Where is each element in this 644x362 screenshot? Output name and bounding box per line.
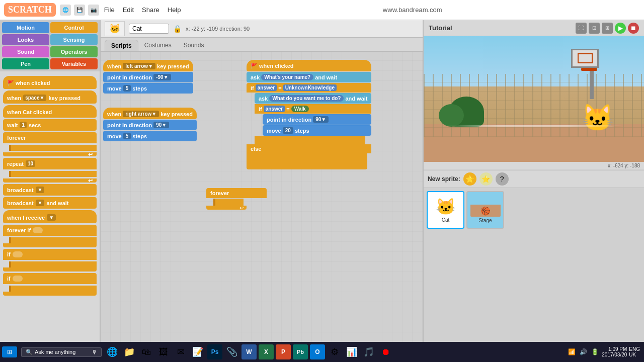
taskbar-icon-app2[interactable]: 📎 xyxy=(224,344,239,359)
sprite-lock-icon[interactable]: 🔒 xyxy=(173,25,182,33)
new-sprite-star-button[interactable]: ⭐ xyxy=(463,172,476,186)
search-icon: 🔍 xyxy=(26,349,33,355)
expand2-icon[interactable]: ⊡ xyxy=(589,23,600,34)
save-icon[interactable]: 💾 xyxy=(74,5,85,16)
cat-motion[interactable]: Motion xyxy=(2,22,49,33)
stage-controls: ⛶ ⊡ ⊞ ▶ ⏹ xyxy=(576,23,639,34)
block-forever[interactable]: forever xyxy=(3,132,97,143)
app-logo[interactable]: SCRATCH xyxy=(4,3,56,17)
taskbar-icon-ps[interactable]: Ps xyxy=(207,344,222,359)
block-when-clicked[interactable]: 🚩 when clicked xyxy=(3,76,97,89)
taskbar-icon-app1[interactable]: 📝 xyxy=(190,344,205,359)
taskbar-icon-folder[interactable]: 📁 xyxy=(122,344,137,359)
taskbar-icon-ppt[interactable]: P xyxy=(276,344,291,359)
canvas-block-ask-name[interactable]: ask What's your name? and wait xyxy=(247,72,371,82)
block-forever-if[interactable]: forever if xyxy=(3,225,97,236)
block-wait[interactable]: wait 1 secs xyxy=(3,119,97,131)
script-canvas[interactable]: when left arrow▼ key pressed point in di… xyxy=(101,52,423,362)
taskbar-icon-app3[interactable]: 📊 xyxy=(344,344,359,359)
cat-variables[interactable]: Variables xyxy=(50,58,98,69)
hoop-backboard xyxy=(571,49,599,68)
right-panel: Tutorial ⛶ ⊡ ⊞ ▶ ⏹ xyxy=(423,20,644,362)
taskbar-icon-store[interactable]: 🛍 xyxy=(139,344,154,359)
cat-control[interactable]: Control xyxy=(50,22,98,33)
taskbar-icon-pub[interactable]: Pb xyxy=(293,344,308,359)
stage-view: 🐱 xyxy=(424,36,644,162)
cat-operators[interactable]: Operators xyxy=(50,46,98,57)
menu-bar: File Edit Share Help xyxy=(104,6,181,14)
cat-sprite-label: Cat xyxy=(442,217,450,223)
taskbar-icon-excel[interactable]: X xyxy=(259,344,274,359)
new-sprite-question-button[interactable]: ? xyxy=(496,172,509,186)
block-group-left-arrow: when left arrow▼ key pressed point in di… xyxy=(103,59,193,94)
left-panel: Motion Control Looks Sensing Sound Opera… xyxy=(0,20,101,362)
cat-looks[interactable]: Looks xyxy=(2,34,49,45)
menu-file[interactable]: File xyxy=(104,6,115,14)
expand-icon[interactable]: ⛶ xyxy=(576,23,587,34)
canvas-block-move-5-2[interactable]: move 5 steps xyxy=(103,131,197,141)
canvas-block-point-90-main[interactable]: point in direction 90▼ xyxy=(263,114,371,125)
menu-share[interactable]: Share xyxy=(142,6,159,14)
canvas-block-if-answer[interactable]: if answer = UnknownKnowledge xyxy=(247,83,371,93)
hoop-rim xyxy=(581,68,597,71)
canvas-block-move-5-1[interactable]: move 5 steps xyxy=(103,83,193,94)
taskbar-right: 📶 🔊 🔋 1:09 PM 2017/03/20 ENG UK xyxy=(567,346,644,357)
menu-edit[interactable]: Edit xyxy=(123,6,134,14)
stop-button[interactable]: ⏹ xyxy=(628,23,639,34)
block-if[interactable]: if xyxy=(3,249,97,260)
block-broadcast[interactable]: broadcast ▼ xyxy=(3,184,97,196)
camera-icon[interactable]: 📷 xyxy=(88,5,99,16)
layout-icon[interactable]: ⊞ xyxy=(602,23,613,34)
blocks-scroll[interactable]: 🚩 when clicked when space▼ key pressed w… xyxy=(0,71,100,362)
taskbar-icon-mail[interactable]: ✉ xyxy=(173,344,188,359)
canvas-block-move-20[interactable]: move 20 steps xyxy=(263,125,371,136)
search-bar[interactable]: 🔍 Ask me anything 🎙 xyxy=(21,347,102,357)
taskbar-icon-word[interactable]: W xyxy=(242,344,257,359)
category-buttons: Motion Control Looks Sensing Sound Opera… xyxy=(0,20,100,71)
green-flag-button[interactable]: ▶ xyxy=(615,23,626,34)
canvas-block-ask-walk[interactable]: ask What do you want me to do? and wait xyxy=(255,93,371,104)
tab-costumes[interactable]: Costumes xyxy=(138,40,178,51)
volume-icon: 🔊 xyxy=(580,348,587,355)
sprite-thumbnail: 🐱 xyxy=(105,21,125,36)
globe-icon[interactable]: 🌐 xyxy=(60,5,71,16)
block-repeat[interactable]: repeat 10 xyxy=(3,158,97,169)
canvas-block-when-left-arrow[interactable]: when left arrow▼ key pressed xyxy=(103,60,193,71)
block-when-sprite-clicked[interactable]: when Cat clicked xyxy=(3,105,97,118)
taskbar-icon-photos[interactable]: 🖼 xyxy=(156,344,171,359)
block-broadcast-wait[interactable]: broadcast ▼ and wait xyxy=(3,197,97,209)
stage-thumbnail-preview: 🏀 xyxy=(470,197,501,217)
block-if2[interactable]: if xyxy=(3,273,97,284)
cat-sound[interactable]: Sound xyxy=(2,46,49,57)
top-bar: SCRATCH 🌐 💾 📷 File Edit Share Help www.b… xyxy=(0,0,644,20)
taskbar-icon-settings[interactable]: ⚙ xyxy=(327,344,342,359)
sprite-item-cat[interactable]: 🐱 Cat xyxy=(427,191,464,229)
sprite-item-stage[interactable]: 🏀 Stage xyxy=(466,191,504,229)
start-button[interactable]: ⊞ xyxy=(2,346,17,357)
canvas-block-forever-alone[interactable]: forever xyxy=(206,188,267,198)
taskbar-time[interactable]: 1:09 PM 2017/03/20 xyxy=(602,346,627,357)
mic-icon: 🎙 xyxy=(92,349,97,355)
taskbar-icon-edge[interactable]: 🌐 xyxy=(105,344,120,359)
sprites-list: 🐱 Cat 🏀 Stage xyxy=(424,188,644,362)
menu-help[interactable]: Help xyxy=(168,6,181,14)
canvas-block-point-dir-90[interactable]: point in direction 90▼ xyxy=(103,120,197,130)
taskbar-icon-rec[interactable]: ⏺ xyxy=(378,344,393,359)
block-when-key-pressed[interactable]: when space▼ key pressed xyxy=(3,90,97,104)
canvas-block-point-dir-neg90[interactable]: point in direction -90▼ xyxy=(103,72,193,82)
taskbar-icon-app4[interactable]: 🎵 xyxy=(361,344,376,359)
region-label: UK xyxy=(629,352,640,357)
tab-scripts[interactable]: Scripts xyxy=(105,40,138,51)
tab-sounds[interactable]: Sounds xyxy=(178,40,210,51)
sprite-coords: x: -22 y: -109 direction: 90 xyxy=(186,26,250,32)
battery-icon: 🔋 xyxy=(591,348,599,355)
sprite-name-input[interactable] xyxy=(129,24,169,34)
canvas-block-when-right-arrow[interactable]: when right arrow▼ key pressed xyxy=(103,108,197,119)
cat-pen[interactable]: Pen xyxy=(2,58,49,69)
taskbar-icon-outlook[interactable]: O xyxy=(310,344,325,359)
new-sprite-star2-button[interactable]: ⭐ xyxy=(479,172,493,186)
canvas-block-when-clicked-main[interactable]: 🚩 when clicked xyxy=(247,60,371,71)
block-when-receive[interactable]: when I receive ▼ xyxy=(3,210,97,223)
cat-sensing[interactable]: Sensing xyxy=(50,34,98,45)
canvas-block-if-walk[interactable]: if answer = Walk xyxy=(255,104,371,114)
